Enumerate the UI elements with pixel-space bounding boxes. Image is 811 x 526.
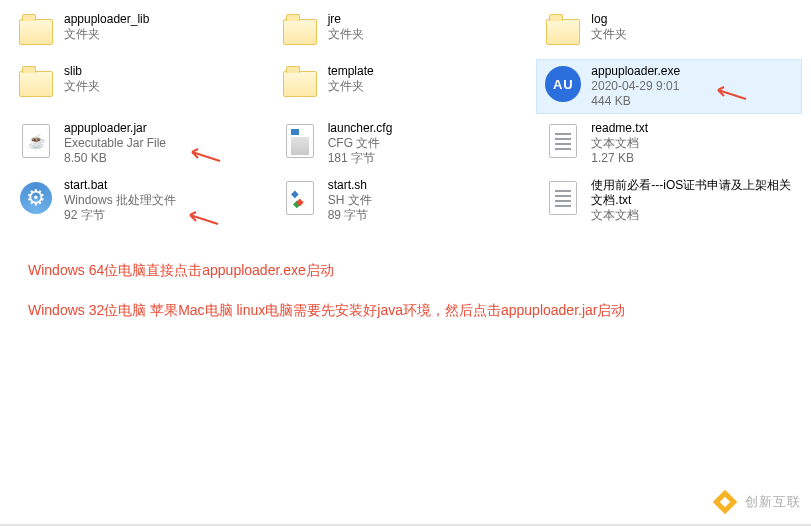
file-name: appuploader.jar xyxy=(64,121,166,136)
file-item-appuploader-jar[interactable]: ☕ appuploader.jar Executable Jar File 8.… xyxy=(10,117,274,170)
file-grid: appuploader_lib 文件夹 jre 文件夹 log 文件夹 slib… xyxy=(10,8,801,227)
file-item-slib[interactable]: slib 文件夹 xyxy=(10,60,274,113)
instruction-line-1: Windows 64位电脑直接点击appuploader.exe启动 xyxy=(28,262,801,280)
file-name: start.sh xyxy=(328,178,372,193)
bat-icon xyxy=(16,178,56,218)
watermark-logo-icon xyxy=(711,488,739,516)
file-name: start.bat xyxy=(64,178,176,193)
watermark: 创新互联 xyxy=(711,488,801,516)
file-type: 文件夹 xyxy=(64,27,149,42)
file-type: 文件夹 xyxy=(328,79,374,94)
folder-icon xyxy=(280,64,320,104)
file-size: 8.50 KB xyxy=(64,151,166,166)
file-type: 文本文档 xyxy=(591,208,795,223)
file-name: launcher.cfg xyxy=(328,121,393,136)
file-item-start-bat[interactable]: start.bat Windows 批处理文件 92 字节 xyxy=(10,174,274,227)
file-size: 1.27 KB xyxy=(591,151,648,166)
file-size: 444 KB xyxy=(591,94,680,109)
watermark-text: 创新互联 xyxy=(745,493,801,511)
file-item-readme-ios-txt[interactable]: 使用前必看---iOS证书申请及上架相关文档.txt 文本文档 xyxy=(537,174,801,227)
app-au-icon: AU xyxy=(543,64,583,104)
file-item-template[interactable]: template 文件夹 xyxy=(274,60,538,113)
jar-icon: ☕ xyxy=(16,121,56,161)
folder-icon xyxy=(16,12,56,52)
file-type: 文本文档 xyxy=(591,136,648,151)
file-name: appuploader_lib xyxy=(64,12,149,27)
folder-icon xyxy=(280,12,320,52)
folder-icon xyxy=(543,12,583,52)
file-name: readme.txt xyxy=(591,121,648,136)
instruction-line-2: Windows 32位电脑 苹果Mac电脑 linux电脑需要先安装好java环… xyxy=(28,302,801,320)
file-type: Windows 批处理文件 xyxy=(64,193,176,208)
sh-icon: ◆ xyxy=(280,178,320,218)
txt-icon xyxy=(543,178,583,218)
file-type: CFG 文件 xyxy=(328,136,393,151)
file-name: appuploader.exe xyxy=(591,64,680,79)
instructions-block: Windows 64位电脑直接点击appuploader.exe启动 Windo… xyxy=(28,262,801,320)
file-type: SH 文件 xyxy=(328,193,372,208)
file-name: jre xyxy=(328,12,364,27)
file-item-jre[interactable]: jre 文件夹 xyxy=(274,8,538,56)
txt-icon xyxy=(543,121,583,161)
folder-icon xyxy=(16,64,56,104)
file-item-readme-txt[interactable]: readme.txt 文本文档 1.27 KB xyxy=(537,117,801,170)
file-item-log[interactable]: log 文件夹 xyxy=(537,8,801,56)
file-size: 181 字节 xyxy=(328,151,393,166)
file-type: 文件夹 xyxy=(591,27,627,42)
file-name: 使用前必看---iOS证书申请及上架相关文档.txt xyxy=(591,178,795,208)
file-name: log xyxy=(591,12,627,27)
file-name: slib xyxy=(64,64,100,79)
file-item-appuploader-lib[interactable]: appuploader_lib 文件夹 xyxy=(10,8,274,56)
file-size: 92 字节 xyxy=(64,208,176,223)
file-type: Executable Jar File xyxy=(64,136,166,151)
file-explorer-view[interactable]: appuploader_lib 文件夹 jre 文件夹 log 文件夹 slib… xyxy=(0,0,811,320)
file-name: template xyxy=(328,64,374,79)
file-size: 89 字节 xyxy=(328,208,372,223)
file-item-launcher-cfg[interactable]: launcher.cfg CFG 文件 181 字节 xyxy=(274,117,538,170)
file-type: 文件夹 xyxy=(64,79,100,94)
file-type: 文件夹 xyxy=(328,27,364,42)
file-item-start-sh[interactable]: ◆ start.sh SH 文件 89 字节 xyxy=(274,174,538,227)
file-item-appuploader-exe[interactable]: AU appuploader.exe 2020-04-29 9:01 444 K… xyxy=(537,60,801,113)
file-date: 2020-04-29 9:01 xyxy=(591,79,680,94)
cfg-icon xyxy=(280,121,320,161)
